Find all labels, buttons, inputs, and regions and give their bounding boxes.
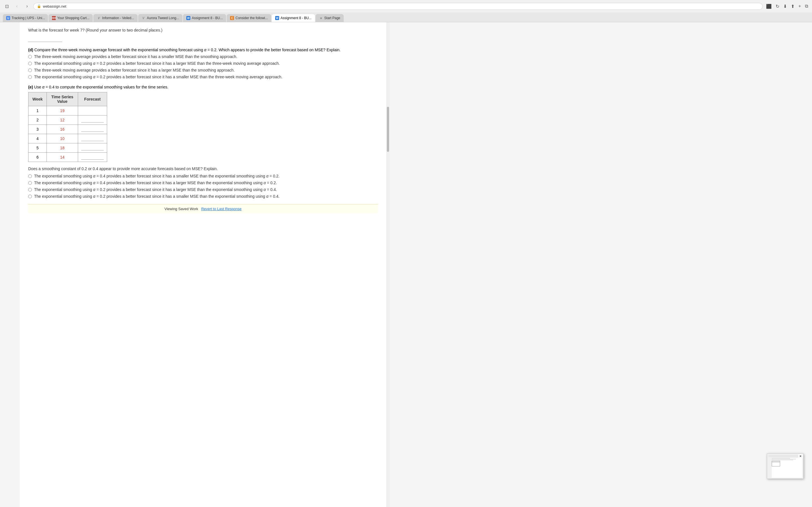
tab-favicon-assign8a: W bbox=[186, 16, 190, 20]
tab-favicon-info1: V bbox=[97, 16, 101, 20]
part-d-option-1[interactable]: The three-week moving average provides a… bbox=[28, 54, 378, 59]
part-d-label: (d) Compare the three-week moving averag… bbox=[28, 48, 378, 52]
thumbnail-content bbox=[767, 454, 803, 478]
tab-ups[interactable]: U Tracking | UPS - Uni... bbox=[3, 14, 48, 22]
tab-assign8b[interactable]: W Assignment 8 - BU... bbox=[272, 14, 315, 22]
tsv-1: 19 bbox=[47, 106, 78, 115]
col-tsv-header: Time SeriesValue bbox=[47, 93, 78, 106]
tab-favicon-start: ★ bbox=[319, 16, 323, 20]
part-d-option-3[interactable]: The three-week moving average provides a… bbox=[28, 68, 378, 72]
part-d-label-3: The three-week moving average provides a… bbox=[34, 68, 235, 72]
thumb-table bbox=[772, 461, 780, 466]
thumb-line-3 bbox=[772, 460, 793, 460]
part-e-option-1[interactable]: The exponential smoothing using α = 0.4 … bbox=[28, 174, 378, 178]
forecast-week7-question: What is the forecast for week 7? (Round … bbox=[28, 28, 378, 33]
thumbnail-header bbox=[768, 455, 802, 457]
tab-label-info1: Information - Veiled... bbox=[102, 16, 134, 20]
tab-start[interactable]: ★ Start Page bbox=[315, 14, 344, 22]
part-d-label-1: The three-week moving average provides a… bbox=[34, 54, 238, 59]
forecast-cell-6[interactable] bbox=[78, 153, 107, 162]
browser-chrome: ⊡ ‹ › 🔒 webassign.net ⬛ ↻ ⬇ ⬆ + ⧉ U Trac… bbox=[0, 0, 812, 22]
tsv-4: 10 bbox=[47, 134, 78, 144]
tab-assign8a[interactable]: W Assignment 8 - BU... bbox=[183, 14, 226, 22]
revert-link[interactable]: Revert to Last Response bbox=[201, 207, 242, 211]
forecast-input-6[interactable] bbox=[81, 155, 104, 160]
refresh-icon[interactable]: ↻ bbox=[774, 3, 780, 10]
tsv-2: 12 bbox=[47, 115, 78, 125]
thumbnail-main bbox=[772, 458, 802, 478]
part-d-radio-3[interactable] bbox=[28, 68, 32, 72]
tsv-5: 18 bbox=[47, 144, 78, 153]
col-week-header: Week bbox=[29, 93, 47, 106]
week-6: 6 bbox=[29, 153, 47, 162]
part-d-label-2: The exponential smoothing using α = 0.2 … bbox=[34, 61, 280, 66]
tab-favicon-assign8b: W bbox=[275, 16, 279, 20]
part-d-option-2[interactable]: The exponential smoothing using α = 0.2 … bbox=[28, 61, 378, 66]
week-1: 1 bbox=[29, 106, 47, 115]
table-row: 3 16 bbox=[29, 125, 107, 134]
back-button[interactable]: ‹ bbox=[13, 2, 21, 10]
thumbnail-body bbox=[768, 458, 802, 478]
forecast-input-4[interactable] bbox=[81, 136, 104, 141]
thumb-table-header bbox=[772, 461, 780, 462]
address-bar[interactable]: 🔒 webassign.net bbox=[33, 3, 763, 10]
part-d: (d) Compare the three-week moving averag… bbox=[28, 48, 378, 79]
tab-info1[interactable]: V Information - Veiled... bbox=[93, 14, 137, 22]
part-e-label-4: The exponential smoothing using α = 0.2 … bbox=[34, 194, 280, 199]
table-row: 5 18 bbox=[29, 144, 107, 153]
tab-aurora[interactable]: V Aurora Tweed Long... bbox=[138, 14, 183, 22]
forecast-input-5[interactable] bbox=[81, 146, 104, 151]
part-e-label-3: The exponential smoothing using α = 0.2 … bbox=[34, 187, 277, 192]
download-icon[interactable]: ⬇ bbox=[782, 3, 788, 10]
table-row: 6 14 bbox=[29, 153, 107, 162]
tab-cart[interactable]: HH Your Shopping Cart... bbox=[49, 14, 93, 22]
part-d-radio-2[interactable] bbox=[28, 62, 32, 65]
tab-favicon-consider: C bbox=[230, 16, 234, 20]
share-icon[interactable]: ⬆ bbox=[790, 3, 796, 10]
part-e-option-3[interactable]: The exponential smoothing using α = 0.2 … bbox=[28, 187, 378, 192]
tsv-6: 14 bbox=[47, 153, 78, 162]
forecast-cell-5[interactable] bbox=[78, 144, 107, 153]
col-forecast-header: Forecast bbox=[78, 93, 107, 106]
thumbnail-overlay: ✕ bbox=[767, 453, 804, 479]
tab-favicon-cart: HH bbox=[52, 16, 56, 20]
forecast-cell-2[interactable] bbox=[78, 115, 107, 125]
tab-bar: U Tracking | UPS - Uni... HH Your Shoppi… bbox=[0, 12, 812, 22]
window-icon[interactable]: ⧉ bbox=[804, 3, 809, 9]
part-e-radio-3[interactable] bbox=[28, 188, 32, 191]
tab-label-assign8a: Assignment 8 - BU... bbox=[192, 16, 223, 20]
part-d-question: Compare the three-week moving average fo… bbox=[35, 48, 341, 52]
scrollbar-thumb[interactable] bbox=[387, 107, 389, 152]
thumb-line-2 bbox=[772, 459, 796, 459]
forward-button[interactable]: › bbox=[23, 2, 31, 10]
thumb-line-1 bbox=[772, 458, 790, 459]
part-d-letter: (d) bbox=[28, 48, 33, 52]
part-e-label-2: The exponential smoothing using α = 0.4 … bbox=[34, 180, 277, 185]
forecast-cell-1 bbox=[78, 106, 107, 115]
week-2: 2 bbox=[29, 115, 47, 125]
part-e-label: (e) Use α = 0.4 to compute the exponenti… bbox=[28, 85, 378, 89]
thumbnail-close-button[interactable]: ✕ bbox=[798, 454, 803, 458]
part-d-option-4[interactable]: The exponential smoothing using α = 0.2 … bbox=[28, 75, 378, 79]
part-d-radio-1[interactable] bbox=[28, 55, 32, 59]
forecast-week7-input[interactable] bbox=[28, 35, 62, 42]
part-e-option-4[interactable]: The exponential smoothing using α = 0.2 … bbox=[28, 194, 378, 199]
forecast-cell-4[interactable] bbox=[78, 134, 107, 144]
tab-label-consider: Consider the followi... bbox=[236, 16, 268, 20]
forecast-cell-3[interactable] bbox=[78, 125, 107, 134]
part-d-radio-4[interactable] bbox=[28, 75, 32, 79]
tab-consider[interactable]: C Consider the followi... bbox=[227, 14, 271, 22]
part-e-letter: (e) bbox=[28, 85, 33, 89]
tab-favicon-ups: U bbox=[6, 16, 10, 20]
part-e-radio-1[interactable] bbox=[28, 174, 32, 178]
forecast-input-3[interactable] bbox=[81, 127, 104, 132]
tab-label-aurora: Aurora Tweed Long... bbox=[147, 16, 179, 20]
cast-icon[interactable]: ⬛ bbox=[765, 3, 773, 10]
part-e-radio-4[interactable] bbox=[28, 194, 32, 198]
forecast-input-2[interactable] bbox=[81, 118, 104, 122]
part-e-option-2[interactable]: The exponential smoothing using α = 0.4 … bbox=[28, 180, 378, 185]
scrollbar-track[interactable] bbox=[386, 22, 390, 507]
new-tab-icon[interactable]: + bbox=[797, 3, 802, 9]
part-e-radio-2[interactable] bbox=[28, 181, 32, 185]
sidebar-toggle-button[interactable]: ⊡ bbox=[3, 2, 11, 10]
